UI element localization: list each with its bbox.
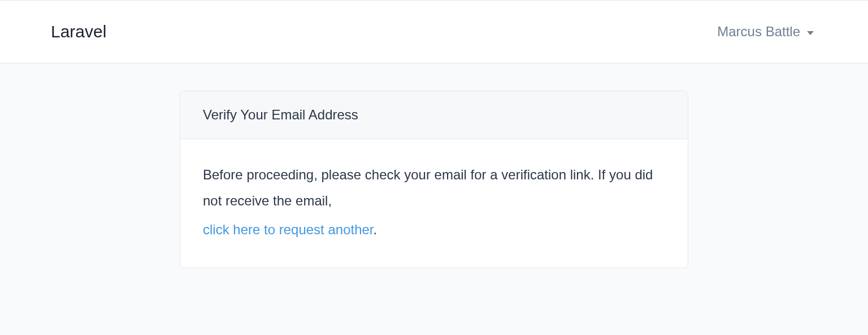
card-body-text: Before proceeding, please check your ema… xyxy=(203,167,653,208)
card-header: Verify Your Email Address xyxy=(180,91,688,139)
user-name-label: Marcus Battle xyxy=(717,24,800,40)
caret-down-icon xyxy=(807,31,814,35)
user-dropdown[interactable]: Marcus Battle xyxy=(717,24,814,40)
navbar: Laravel Marcus Battle xyxy=(0,0,868,63)
resend-link-block: click here to request another. xyxy=(203,217,665,243)
card-body: Before proceeding, please check your ema… xyxy=(180,139,688,268)
navbar-brand[interactable]: Laravel xyxy=(51,22,106,41)
verify-email-card: Verify Your Email Address Before proceed… xyxy=(180,91,688,268)
main-container: Verify Your Email Address Before proceed… xyxy=(0,63,868,268)
resend-link[interactable]: click here to request another xyxy=(203,222,374,237)
link-suffix: . xyxy=(374,222,377,237)
